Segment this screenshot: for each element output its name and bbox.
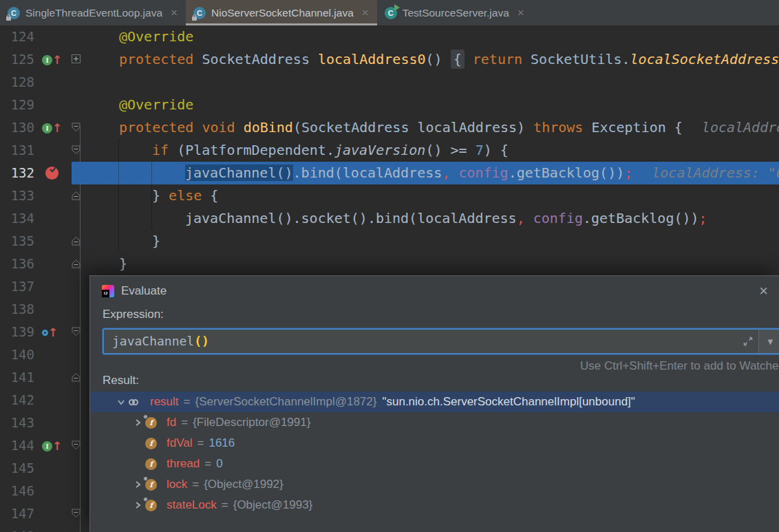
code-text[interactable]: protected SocketAddress localAddress0() … [86, 48, 779, 71]
code-token: 7 [476, 142, 484, 158]
expression-value[interactable]: javaChannel() [104, 330, 738, 353]
gutter-icon-slot [36, 298, 66, 321]
close-icon[interactable]: × [759, 284, 768, 298]
fold-marker-slot[interactable] [66, 230, 86, 253]
overrides-method-icon[interactable] [42, 330, 48, 336]
gutter-icon-slot[interactable]: I↑ [36, 48, 66, 71]
code-line-132[interactable]: 132javaChannel().bind(localAddress, conf… [0, 162, 779, 184]
debugger-inline-hint: localAddress: "0 [652, 164, 779, 181]
code-text[interactable]: } [86, 253, 779, 275]
code-text[interactable]: javaChannel().socket().bind(localAddress… [86, 207, 779, 230]
overrides-method-icon[interactable]: I [42, 123, 52, 134]
code-token: else [169, 187, 202, 204]
gutter-icon-slot[interactable]: ↑ [36, 321, 66, 343]
code-text[interactable]: if (PlatformDependent.javaVersion() >= 7… [86, 139, 779, 162]
chevron-down-icon: ▼ [766, 337, 775, 347]
code-text[interactable]: @Override [86, 25, 779, 48]
close-icon[interactable]: × [362, 7, 369, 19]
overrides-method-icon[interactable]: I [42, 55, 52, 65]
gutter-icon-slot[interactable]: I↑ [36, 116, 66, 139]
fold-marker-slot[interactable] [66, 184, 86, 207]
gutter-icon-slot[interactable] [36, 162, 66, 184]
gutter-icon-slot [36, 207, 66, 230]
fold-end-icon [70, 258, 82, 269]
tree-toggle[interactable] [130, 500, 145, 510]
breakpoint-icon[interactable] [45, 167, 58, 180]
field-modifier-badge [143, 497, 148, 502]
code-token: . [622, 51, 630, 67]
chevron-right-icon [133, 500, 142, 510]
code-token: . [326, 142, 334, 158]
tree-toggle[interactable] [114, 397, 129, 407]
code-text[interactable]: @Override [86, 94, 779, 116]
tab-singlethreadeventloop[interactable]: C SingleThreadEventLoop.java × [0, 0, 186, 25]
code-token: javaChannel().socket().bind(localAddress [185, 210, 517, 226]
code-line-124[interactable]: 124@Override [0, 25, 779, 48]
gutter-icon-slot [36, 343, 66, 366]
expression-input[interactable]: javaChannel() ▼ [103, 328, 779, 354]
close-icon[interactable]: × [171, 7, 178, 19]
fold-marker-slot[interactable] [66, 502, 86, 525]
code-line-129[interactable]: 129@Override [0, 94, 779, 116]
tree-row-fdVal[interactable]: ffdVal=1616 [90, 433, 779, 454]
tree-toggle[interactable] [130, 418, 145, 427]
code-text[interactable]: } [86, 230, 779, 253]
code-line-128[interactable]: 128 [0, 71, 779, 94]
code-line-135[interactable]: 135} [0, 230, 779, 253]
fold-marker-slot[interactable] [66, 253, 86, 275]
expand-editor-icon[interactable] [738, 330, 758, 353]
result-tree: result={ServerSocketChannelImpl@1872}"su… [90, 392, 779, 515]
gutter-icon-slot [36, 389, 66, 412]
evaluate-dialog: IJ Evaluate × Expression: javaChannel() … [89, 275, 779, 532]
line-number: 136 [0, 253, 36, 275]
history-dropdown-button[interactable]: ▼ [758, 330, 779, 353]
value-type: {FileDescriptor@1991} [193, 416, 310, 429]
code-token: protected [119, 51, 202, 67]
fold-marker-slot[interactable] [66, 116, 86, 139]
code-line-136[interactable]: 136} [0, 253, 779, 275]
field-icon: f [145, 479, 157, 491]
code-line-133[interactable]: 133} else { [0, 184, 779, 207]
value-text: 1616 [209, 436, 235, 450]
code-token: protected void [119, 119, 244, 136]
code-token: javaChannel() [185, 164, 293, 181]
code-line-131[interactable]: 131if (PlatformDependent.javaVersion() >… [0, 139, 779, 162]
code-text[interactable]: protected void doBind(SocketAddress loca… [86, 116, 779, 139]
variable-name: fd [167, 416, 176, 429]
tree-toggle[interactable] [130, 480, 145, 489]
code-token: .getBacklog()) [509, 164, 625, 181]
code-line-130[interactable]: 130I↑protected void doBind(SocketAddress… [0, 116, 779, 139]
override-arrow-icon: ↑ [52, 121, 62, 135]
code-token: config [458, 164, 508, 181]
code-text[interactable]: } else { [86, 184, 779, 207]
fold-start-icon [70, 508, 82, 519]
tree-row-thread[interactable]: fthread=0 [90, 454, 779, 474]
variable-name: thread [167, 457, 200, 471]
code-line-125[interactable]: 125I↑protected SocketAddress localAddres… [0, 48, 779, 71]
tree-row-stateLock[interactable]: fstateLock={Object@1993} [90, 495, 779, 515]
line-number: 124 [0, 25, 36, 48]
fold-marker-slot[interactable] [66, 434, 86, 457]
fold-marker-slot[interactable] [66, 139, 86, 162]
tab-testsourceserver[interactable]: C TestSourceServer.java × [377, 0, 533, 25]
tree-row-lock[interactable]: flock={Object@1992} [90, 474, 779, 495]
indent-guide [118, 139, 119, 253]
fold-marker-slot[interactable] [66, 48, 86, 71]
line-number: 134 [0, 207, 36, 230]
gutter-icon-slot[interactable]: I↑ [36, 434, 66, 457]
code-line-134[interactable]: 134javaChannel().socket().bind(localAddr… [0, 207, 779, 230]
fold-marker-slot[interactable] [66, 321, 86, 343]
overrides-method-icon[interactable]: I [42, 441, 52, 451]
gutter-icon-slot [36, 412, 66, 434]
tree-row-fd[interactable]: ffd={FileDescriptor@1991} [90, 412, 779, 433]
code-text[interactable]: javaChannel().bind(localAddress, config.… [86, 162, 779, 184]
tab-nioserversocketchannel[interactable]: C NioServerSocketChannel.java × [186, 0, 377, 25]
code-token: { [451, 50, 465, 69]
fold-marker-slot[interactable] [66, 366, 86, 389]
code-token: SocketUtils [531, 51, 621, 67]
close-icon[interactable]: × [517, 7, 524, 19]
code-text[interactable] [86, 71, 779, 94]
breakpoint-verified-check-icon [49, 165, 58, 173]
tree-row-result[interactable]: result={ServerSocketChannelImpl@1872}"su… [90, 392, 779, 412]
field-modifier-badge [143, 414, 148, 419]
